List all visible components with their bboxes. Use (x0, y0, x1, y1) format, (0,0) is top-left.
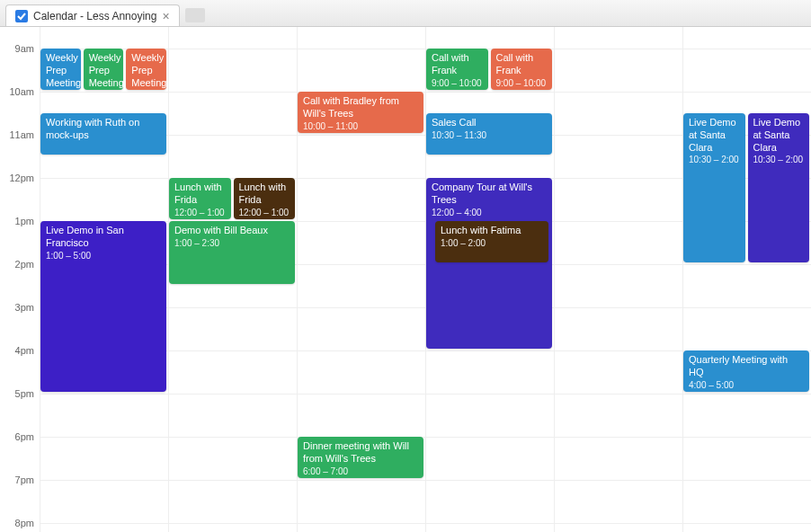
time-label: 12pm (9, 173, 34, 183)
event-title: Working with Ruth on mock-ups (46, 117, 161, 142)
event-time: 9:00 – 10:00 (496, 78, 548, 90)
event-call-frank-green[interactable]: Call with Frank9:00 – 10:00 (426, 49, 488, 90)
calendar-grid[interactable]: Weekly Prep Meeting9:00 – Weekly Prep Me… (40, 27, 811, 532)
event-time: 10:30 – 2:00 (753, 155, 805, 166)
event-time: 9:00 – 10:00 (432, 78, 483, 90)
event-title: Weekly Prep Meeting (131, 52, 161, 89)
event-title: Dinner meeting with Will from Will's Tre… (303, 440, 418, 466)
event-sales-call[interactable]: Sales Call10:30 – 11:30 (426, 113, 552, 155)
time-label: 7pm (15, 474, 34, 485)
close-icon[interactable]: × (162, 10, 169, 22)
event-time: 12:00 – 4:00 (432, 208, 547, 219)
event-time: 12:00 – 1:00 (239, 208, 290, 219)
event-time: 1:00 – 2:00 (441, 238, 543, 250)
event-weekly-prep-orange[interactable]: Weekly Prep Meeting9:00 – (126, 49, 166, 90)
browser-tab-strip: Calendar - Less Annoying × (0, 0, 811, 27)
event-call-bradley[interactable]: Call with Bradley from Will's Trees10:00… (298, 92, 423, 133)
event-dinner-will[interactable]: Dinner meeting with Will from Will's Tre… (298, 437, 423, 478)
calendar-week-view: 9am10am11am12pm1pm2pm3pm4pm5pm6pm7pm8pm … (0, 27, 811, 532)
event-time: 4:00 – 5:00 (689, 380, 804, 392)
event-title: Lunch with Fatima (441, 225, 543, 237)
check-icon (15, 10, 28, 22)
event-time: 1:00 – 2:30 (174, 238, 290, 250)
event-title: Lunch with Frida (174, 182, 226, 207)
event-title: Sales Call (432, 117, 547, 129)
time-label: 6pm (15, 431, 34, 442)
tab-title: Calendar - Less Annoying (33, 10, 156, 22)
event-title: Call with Bradley from Will's Trees (303, 95, 418, 120)
time-label: 10am (9, 86, 34, 97)
event-time: 10:30 – 2:00 (689, 155, 740, 166)
event-lunch-frida-green[interactable]: Lunch with Frida12:00 – 1:00 (169, 178, 231, 219)
time-label: 3pm (15, 302, 34, 313)
browser-tab[interactable]: Calendar - Less Annoying × (5, 4, 180, 26)
new-tab-button[interactable] (185, 8, 205, 22)
time-label: 2pm (15, 259, 34, 270)
event-time: 12:00 – 1:00 (174, 208, 226, 219)
day-divider (682, 27, 683, 532)
time-label: 5pm (15, 388, 34, 399)
event-title: Weekly Prep Meeting (89, 52, 119, 89)
event-title: Demo with Bill Beaux (174, 225, 290, 237)
day-divider (554, 27, 555, 532)
time-label: 4pm (15, 345, 34, 356)
event-title: Weekly Prep Meeting (46, 52, 76, 89)
event-live-demo-santa-purple[interactable]: Live Demo at Santa Clara10:30 – 2:00 (748, 113, 810, 262)
event-title: Lunch with Frida (239, 182, 290, 207)
time-axis: 9am10am11am12pm1pm2pm3pm4pm5pm6pm7pm8pm (0, 27, 40, 532)
event-lunch-fatima[interactable]: Lunch with Fatima1:00 – 2:00 (435, 221, 548, 262)
event-time: 6:00 – 7:00 (303, 466, 418, 478)
event-call-frank-orange[interactable]: Call with Frank9:00 – 10:00 (491, 49, 553, 90)
event-time: 10:00 – 11:00 (303, 121, 418, 133)
event-title: Live Demo at Santa Clara (753, 117, 805, 154)
event-title: Quarterly Meeting with HQ (689, 354, 804, 379)
time-label: 9am (15, 43, 34, 54)
event-title: Live Demo in San Francisco (46, 225, 161, 250)
event-live-demo-santa-blue[interactable]: Live Demo at Santa Clara10:30 – 2:00 (683, 113, 745, 262)
event-title: Call with Frank (432, 52, 483, 77)
time-label: 8pm (15, 518, 34, 528)
event-title: Company Tour at Will's Trees (432, 182, 547, 207)
time-label: 11am (9, 129, 34, 140)
event-working-with-ruth[interactable]: Working with Ruth on mock-ups (40, 113, 166, 155)
event-title: Live Demo at Santa Clara (689, 117, 740, 154)
time-label: 1pm (15, 216, 34, 226)
event-demo-bill-beaux[interactable]: Demo with Bill Beaux1:00 – 2:30 (169, 221, 295, 284)
event-weekly-prep-green[interactable]: Weekly Prep Meeting9:00 – (84, 49, 124, 90)
event-time: 10:30 – 11:30 (432, 130, 547, 142)
event-quarterly-meeting[interactable]: Quarterly Meeting with HQ4:00 – 5:00 (683, 350, 809, 392)
event-title: Call with Frank (496, 52, 548, 77)
event-company-tour[interactable]: Company Tour at Will's Trees12:00 – 4:00… (426, 178, 552, 349)
event-time: 1:00 – 5:00 (46, 251, 161, 262)
event-lunch-frida-brown[interactable]: Lunch with Frida12:00 – 1:00 (234, 178, 296, 219)
event-live-demo-sf[interactable]: Live Demo in San Francisco1:00 – 5:00 (40, 221, 166, 392)
event-weekly-prep-blue[interactable]: Weekly Prep Meeting9:00 – (40, 49, 81, 90)
